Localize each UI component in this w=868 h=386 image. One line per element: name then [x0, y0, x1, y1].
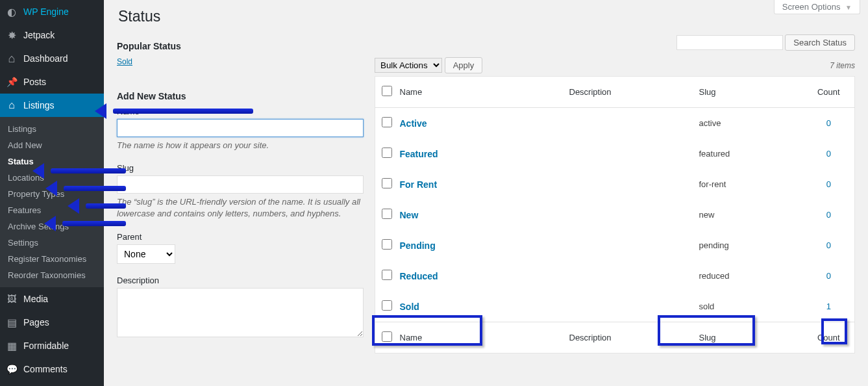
comments-icon — [5, 363, 18, 376]
search-button[interactable]: Search Status — [785, 34, 855, 51]
sidebar-item-label: Pages — [23, 317, 49, 328]
description-label: Description — [117, 276, 364, 285]
sidebar-item-jetpack[interactable]: Jetpack — [0, 23, 104, 47]
row-name-link[interactable]: Reduced — [400, 271, 438, 281]
annotation-box-sold-count — [821, 318, 847, 344]
row-count-link[interactable]: 0 — [826, 179, 831, 189]
row-name-link[interactable]: Active — [400, 118, 427, 129]
items-count: 7 items — [830, 61, 855, 70]
sidebar-item-label: WP Engine — [23, 6, 69, 17]
row-count-link[interactable]: 1 — [826, 302, 831, 311]
row-slug: active — [693, 108, 803, 139]
dash-icon — [5, 52, 18, 65]
sidebar-subitem-add-new[interactable]: Add New — [0, 137, 104, 153]
row-checkbox[interactable] — [382, 209, 392, 219]
row-description — [563, 169, 693, 199]
sidebar-item-pages[interactable]: Pages — [0, 311, 104, 334]
row-count-link[interactable]: 0 — [826, 271, 831, 281]
sidebar-subitem-listings[interactable]: Listings — [0, 121, 104, 137]
slug-help: The “slug” is the URL-friendly version o… — [117, 196, 364, 220]
row-checkbox[interactable] — [382, 300, 392, 311]
row-description — [563, 230, 693, 261]
popular-tag-sold[interactable]: Sold — [117, 57, 132, 66]
col-description[interactable]: Description — [563, 77, 693, 108]
sidebar-item-dashboard[interactable]: Dashboard — [0, 47, 104, 70]
table-row: Activeactive0 — [375, 108, 855, 139]
annotation-arrow-locations — [55, 183, 126, 194]
row-slug: new — [693, 199, 803, 230]
screen-options-label: Screen Options — [782, 2, 841, 12]
row-count-link[interactable]: 0 — [826, 240, 831, 250]
annotation-box-sold-slug — [658, 315, 755, 346]
slug-input[interactable] — [117, 175, 364, 194]
sidebar-subitem-register-taxonomies[interactable]: Register Taxonomies — [0, 251, 104, 267]
select-all-checkbox[interactable] — [382, 86, 392, 96]
annotation-arrow-features — [53, 218, 126, 229]
row-slug: reduced — [693, 261, 803, 291]
sidebar-item-comments[interactable]: Comments — [0, 357, 104, 381]
annotation-arrow-property-types — [77, 201, 126, 211]
table-row: Pendingpending0 — [375, 230, 855, 261]
sidebar-subitem-settings[interactable]: Settings — [0, 235, 104, 251]
row-checkbox[interactable] — [382, 148, 392, 158]
row-count-link[interactable]: 0 — [826, 210, 831, 220]
annotation-box-sold-name — [372, 315, 482, 346]
description-textarea[interactable] — [117, 288, 364, 337]
bulk-actions-select[interactable]: Bulk Actions — [375, 58, 442, 73]
row-name-link[interactable]: Featured — [400, 149, 438, 159]
wpe-icon — [5, 5, 18, 18]
row-name-link[interactable]: New — [400, 210, 419, 220]
sidebar-item-label: Listings — [23, 100, 54, 110]
annotation-arrow-listings — [104, 106, 253, 116]
col-count[interactable]: Count — [803, 77, 855, 108]
sidebar-item-label: Posts — [23, 77, 46, 87]
row-slug: featured — [693, 138, 803, 169]
apply-button[interactable]: Apply — [445, 57, 483, 73]
page-title: Status — [117, 0, 855, 34]
table-row: Reducedreduced0 — [375, 261, 855, 291]
form-column: Popular Status Sold Add New Status Name … — [117, 34, 364, 351]
annotation-arrow-status — [42, 166, 126, 176]
search-input[interactable] — [676, 35, 783, 50]
screen-options-toggle[interactable]: Screen Options ▼ — [774, 0, 860, 14]
chevron-down-icon: ▼ — [845, 4, 852, 11]
col-name[interactable]: Name — [393, 77, 563, 108]
sidebar-subitem-reorder-taxonomies[interactable]: Reorder Taxonomies — [0, 267, 104, 283]
sidebar-item-label: Formidable — [23, 341, 69, 351]
status-table: Name Description Slug Count Activeactive… — [375, 76, 855, 354]
col-slug[interactable]: Slug — [693, 77, 803, 108]
row-count-link[interactable]: 0 — [826, 118, 831, 128]
posts-icon — [5, 75, 18, 88]
row-name-link[interactable]: For Rent — [400, 179, 438, 190]
row-name-link[interactable]: Sold — [400, 302, 419, 312]
sidebar-item-label: Jetpack — [23, 30, 55, 40]
row-checkbox[interactable] — [382, 178, 392, 188]
row-description — [563, 138, 693, 169]
name-input[interactable] — [117, 119, 364, 137]
name-help: The name is how it appears on your site. — [117, 140, 364, 151]
sidebar-item-media[interactable]: Media — [0, 287, 104, 311]
row-description — [563, 199, 693, 230]
sidebar-item-wp-engine[interactable]: WP Engine — [0, 0, 104, 23]
row-checkbox[interactable] — [382, 117, 392, 127]
row-count-link[interactable]: 0 — [826, 149, 831, 159]
row-checkbox[interactable] — [382, 239, 392, 250]
parent-select[interactable]: None — [117, 244, 175, 264]
jet-icon — [5, 29, 18, 42]
sidebar-item-formidable[interactable]: Formidable — [0, 334, 104, 357]
sidebar-item-label: Media — [23, 294, 48, 304]
add-new-heading: Add New Status — [117, 91, 364, 101]
row-slug: pending — [693, 230, 803, 261]
row-checkbox[interactable] — [382, 270, 392, 280]
row-description — [563, 108, 693, 139]
sidebar-item-label: Dashboard — [23, 53, 68, 64]
home-icon — [5, 99, 18, 112]
table-row: Featuredfeatured0 — [375, 138, 855, 169]
sidebar-item-listings[interactable]: Listings — [0, 94, 104, 117]
sidebar-item-posts[interactable]: Posts — [0, 70, 104, 94]
row-name-link[interactable]: Pending — [400, 240, 436, 251]
media-icon — [5, 292, 18, 305]
table-row: Newnew0 — [375, 199, 855, 230]
pages-icon — [5, 316, 18, 329]
slug-label: Slug — [117, 163, 364, 173]
